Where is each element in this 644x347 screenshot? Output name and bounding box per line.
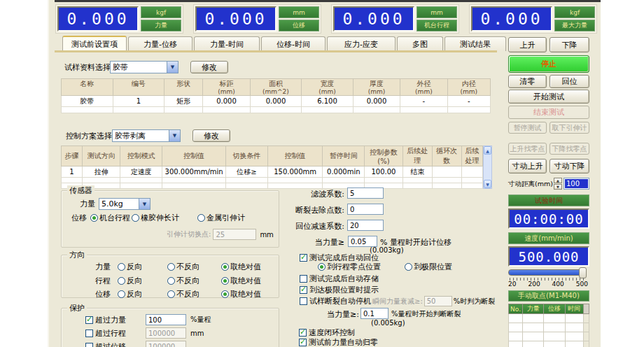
direction-group: 方向 力量 反向 不反向 取绝对值 行程 反向 不反向 取绝对值 位移 反向 不… (61, 255, 279, 298)
over-displacement-input[interactable]: 100000 (146, 341, 186, 347)
radio-return-limit[interactable] (405, 263, 412, 271)
specimen-row[interactable]: 胶带1 矩形0.000 0.0006.100 0.000- - (62, 96, 491, 107)
break-judge-input[interactable]: 0.1 (360, 308, 388, 319)
displacement-sensor-label: 位移 (71, 213, 87, 223)
stop-button[interactable]: 停止 (508, 55, 589, 73)
dropdown-arrow-icon[interactable]: ▼ (167, 62, 178, 73)
sample-modify-button[interactable]: 修改 (190, 61, 228, 73)
scheme-select-label: 控制方案选择 (66, 131, 112, 141)
start-test-button[interactable]: 开始测试 (508, 90, 589, 104)
over-stroke-input[interactable]: 100000 (146, 327, 186, 339)
scroll-up-icon[interactable]: ▲ (484, 146, 491, 155)
scroll-down-icon[interactable]: ▼ (484, 180, 491, 188)
force-sensor-select[interactable]: 5.0kg ▼ (99, 198, 150, 210)
checkbox-break-stop[interactable] (300, 297, 307, 305)
max-force-display: 0.000 (471, 6, 552, 31)
tab-displacement-time[interactable]: 位移-时间 (261, 36, 326, 51)
checkbox-over-displacement[interactable] (85, 343, 93, 347)
tab-force-displacement[interactable]: 力量-位移 (128, 36, 192, 51)
app-window: 0.000 kgf 力量 0.000 mm 位移 0.000 mm 机台行程 0… (0, 0, 644, 347)
tab-multi-graph[interactable]: 多图 (397, 36, 443, 51)
scheme-modify-button[interactable]: 修改 (192, 129, 230, 142)
tab-stress-strain[interactable]: 应力-应变 (327, 36, 396, 51)
force-sensor-label: 力量 (80, 199, 95, 209)
checkbox-auto-return[interactable] (300, 254, 307, 262)
checkbox-over-stroke[interactable] (85, 330, 93, 337)
stroke-unit-label: mm (416, 6, 457, 18)
control-table-scrollbar[interactable]: ▲ ▼ (483, 146, 492, 189)
break-remove-input[interactable]: 0 (347, 204, 384, 215)
stroke-display: 0.000 (333, 6, 414, 31)
checkbox-limit-prompt[interactable] (300, 286, 307, 294)
disp-start-input[interactable]: 0.05 (348, 236, 377, 247)
speed-display: 500.000 (508, 246, 589, 267)
slider-track[interactable] (508, 269, 587, 276)
break-stop-input[interactable]: 50 (424, 296, 452, 306)
break-judge-note: (0.005kg) (371, 319, 405, 327)
slider-thumb[interactable] (579, 267, 587, 278)
force-name-label: 力量 (141, 20, 181, 31)
down-button[interactable]: 下降 (550, 37, 589, 52)
break-judge-suffix: %量程时开始判断断裂 (391, 309, 461, 319)
specimen-empty-row (62, 107, 491, 113)
limit-prompt-option: 到达极限位置时提示 (300, 285, 379, 295)
checkbox-auto-zero[interactable] (299, 339, 307, 346)
radio-stroke-reverse[interactable] (118, 277, 125, 285)
jog-distance-input[interactable]: 100 (564, 178, 589, 190)
jog-distance-label: 寸动距离(mm) (508, 180, 553, 189)
up-button[interactable]: 上升 (508, 37, 547, 52)
filter-coef-input[interactable]: 5 (347, 187, 384, 199)
over-force-input[interactable]: 100 (146, 314, 186, 325)
control-step-row[interactable]: 1拉伸 定速度300.000mm/min 位移≥150.000mm 0.000m… (62, 167, 483, 178)
radio-stroke-absolute[interactable] (221, 277, 229, 285)
radio-disp-absolute[interactable] (221, 290, 229, 298)
tab-force-time[interactable]: 力量-时间 (194, 36, 260, 51)
auto-save-option: 测试完成后自动存储 (300, 274, 379, 284)
checkbox-auto-save[interactable] (300, 275, 307, 283)
dropdown-arrow-icon[interactable]: ▼ (169, 130, 180, 141)
force-sensor-value: 5.0kg (99, 199, 139, 208)
radio-rubber-extensometer[interactable] (132, 214, 139, 222)
jog-distance-spinner[interactable]: ▲ ▼ (554, 178, 562, 190)
radio-disp-reverse[interactable] (118, 290, 125, 298)
pause-test-button[interactable]: 暂停测试 (508, 122, 547, 134)
displacement-name-label: 位移 (279, 20, 319, 31)
checkbox-over-force[interactable] (85, 316, 93, 324)
force-unit-label: kgf (141, 6, 181, 18)
manual-table-scroll-cell[interactable] (583, 304, 589, 314)
end-test-button[interactable]: 结束测试 (508, 106, 589, 119)
radio-force-no-reverse[interactable] (167, 263, 175, 271)
dropdown-arrow-icon[interactable]: ▼ (139, 199, 150, 209)
spinner-down-icon[interactable]: ▼ (554, 184, 562, 190)
jog-down-button[interactable]: 寸动下降 (550, 159, 589, 174)
radio-force-absolute[interactable] (221, 263, 229, 271)
sample-select[interactable]: 胶带 ▼ (110, 61, 178, 73)
break-stop-mid: 瞬间力量衰减≥: (372, 297, 423, 306)
clear-zero-button[interactable]: 清零 (508, 75, 547, 88)
checkbox-speed-loop[interactable] (299, 329, 307, 337)
break-stop-option: 试样断裂自动停机 瞬间力量衰减≥: 50 %时判为断裂 (300, 296, 495, 306)
stroke-display-group: 0.000 mm 机台行程 (331, 4, 459, 34)
radio-force-reverse[interactable] (118, 263, 125, 271)
up-find-zero-button[interactable]: 上升找零点 (508, 143, 547, 155)
radio-return-stroke-zero[interactable] (318, 263, 326, 271)
radio-disp-no-reverse[interactable] (167, 290, 175, 298)
tab-pretest-settings[interactable]: 测试前设置项 (62, 36, 127, 51)
radio-metal-extensometer[interactable] (197, 214, 205, 222)
jog-up-button[interactable]: 寸动上升 (508, 159, 547, 174)
ext-switch-input[interactable]: 25 (213, 229, 256, 240)
scheme-select[interactable]: 胶带剥离 ▼ (112, 129, 181, 142)
protection-group: 保护 超过力量 100 %量程 超过行程 100000 mm 超过位移 1000… (61, 308, 279, 347)
return-decel-label: 回位减速系数: (281, 221, 344, 232)
down-find-zero-button[interactable]: 下降找零点 (550, 143, 589, 155)
tab-test-result[interactable]: 测试结果 (444, 36, 506, 51)
spinner-up-icon[interactable]: ▲ (554, 178, 562, 183)
radio-stroke-no-reverse[interactable] (167, 277, 175, 285)
remove-extensometer-button[interactable]: 取下引伸计 (550, 122, 589, 134)
return-button[interactable]: 回位 (550, 75, 589, 88)
speed-loop-option: 速度闭环控制 (299, 327, 355, 338)
speed-slider[interactable]: 20 200 400 500 (508, 269, 589, 289)
control-table-wrap: 步骤测试方向 控制模式控制值 切换条件控制值 暂停时间控制参数(%) 后续处理循… (61, 146, 492, 189)
radio-machine-stroke[interactable] (90, 214, 98, 222)
return-decel-input[interactable]: 20 (347, 220, 384, 231)
